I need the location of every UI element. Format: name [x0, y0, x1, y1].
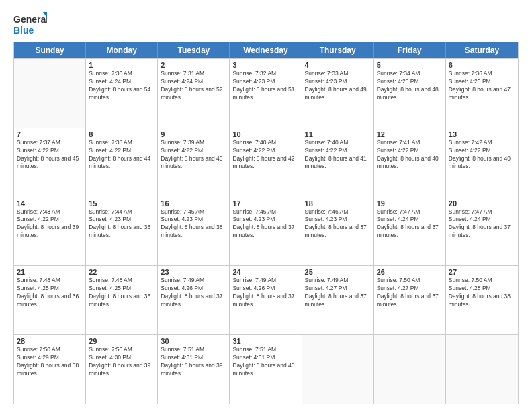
calendar-header: SundayMondayTuesdayWednesdayThursdayFrid…	[14, 42, 518, 58]
day-number: 26	[377, 268, 443, 276]
table-row: 8Sunrise: 7:38 AMSunset: 4:22 PMDaylight…	[86, 128, 158, 197]
day-number: 12	[377, 130, 443, 138]
table-row	[14, 59, 86, 128]
day-info: Sunrise: 7:49 AMSunset: 4:26 PMDaylight:…	[161, 277, 226, 309]
header-day-friday: Friday	[374, 42, 446, 58]
table-row: 2Sunrise: 7:31 AMSunset: 4:24 PMDaylight…	[158, 59, 230, 128]
day-info: Sunrise: 7:50 AMSunset: 4:28 PMDaylight:…	[449, 277, 515, 309]
day-info: Sunrise: 7:33 AMSunset: 4:23 PMDaylight:…	[305, 70, 371, 102]
header-day-tuesday: Tuesday	[158, 42, 230, 58]
table-row: 19Sunrise: 7:47 AMSunset: 4:24 PMDayligh…	[374, 197, 446, 266]
day-number: 16	[161, 199, 226, 208]
table-row: 7Sunrise: 7:37 AMSunset: 4:22 PMDaylight…	[14, 128, 86, 197]
day-number: 15	[89, 199, 154, 208]
day-number: 22	[89, 268, 154, 276]
header-day-sunday: Sunday	[14, 42, 86, 58]
table-row: 5Sunrise: 7:34 AMSunset: 4:23 PMDaylight…	[374, 59, 446, 128]
day-number: 20	[449, 199, 515, 208]
day-info: Sunrise: 7:44 AMSunset: 4:23 PMDaylight:…	[89, 208, 154, 240]
calendar-row-4: 28Sunrise: 7:50 AMSunset: 4:29 PMDayligh…	[14, 334, 518, 404]
table-row: 17Sunrise: 7:45 AMSunset: 4:23 PMDayligh…	[230, 197, 302, 266]
day-info: Sunrise: 7:30 AMSunset: 4:24 PMDaylight:…	[89, 70, 154, 102]
day-number: 6	[449, 61, 515, 69]
header-day-monday: Monday	[86, 42, 158, 58]
day-number: 5	[377, 61, 443, 69]
day-number: 2	[161, 61, 226, 69]
table-row: 18Sunrise: 7:46 AMSunset: 4:23 PMDayligh…	[302, 197, 374, 266]
day-info: Sunrise: 7:49 AMSunset: 4:26 PMDaylight:…	[232, 277, 298, 309]
day-number: 13	[449, 130, 515, 138]
day-info: Sunrise: 7:48 AMSunset: 4:25 PMDaylight:…	[17, 277, 83, 309]
day-number: 11	[305, 130, 371, 138]
day-number: 28	[17, 337, 83, 345]
table-row: 25Sunrise: 7:49 AMSunset: 4:27 PMDayligh…	[302, 266, 374, 334]
day-info: Sunrise: 7:51 AMSunset: 4:31 PMDaylight:…	[161, 346, 226, 378]
header-day-thursday: Thursday	[302, 42, 374, 58]
table-row: 30Sunrise: 7:51 AMSunset: 4:31 PMDayligh…	[158, 335, 230, 404]
day-info: Sunrise: 7:48 AMSunset: 4:25 PMDaylight:…	[89, 277, 154, 309]
day-info: Sunrise: 7:37 AMSunset: 4:22 PMDaylight:…	[17, 139, 83, 171]
day-info: Sunrise: 7:40 AMSunset: 4:22 PMDaylight:…	[305, 139, 371, 171]
day-info: Sunrise: 7:51 AMSunset: 4:31 PMDaylight:…	[232, 346, 298, 378]
day-info: Sunrise: 7:50 AMSunset: 4:29 PMDaylight:…	[17, 346, 83, 378]
table-row: 27Sunrise: 7:50 AMSunset: 4:28 PMDayligh…	[446, 266, 518, 334]
day-number: 27	[449, 268, 515, 276]
day-number: 10	[232, 130, 298, 138]
table-row: 21Sunrise: 7:48 AMSunset: 4:25 PMDayligh…	[14, 266, 86, 334]
table-row: 9Sunrise: 7:39 AMSunset: 4:22 PMDaylight…	[158, 128, 230, 197]
day-info: Sunrise: 7:49 AMSunset: 4:27 PMDaylight:…	[305, 277, 371, 309]
table-row: 11Sunrise: 7:40 AMSunset: 4:22 PMDayligh…	[302, 128, 374, 197]
table-row: 10Sunrise: 7:40 AMSunset: 4:22 PMDayligh…	[230, 128, 302, 197]
day-info: Sunrise: 7:41 AMSunset: 4:22 PMDaylight:…	[377, 139, 443, 171]
day-info: Sunrise: 7:40 AMSunset: 4:22 PMDaylight:…	[232, 139, 298, 171]
day-number: 17	[232, 199, 298, 208]
day-number: 21	[17, 268, 83, 276]
table-row	[302, 335, 374, 404]
calendar-row-1: 7Sunrise: 7:37 AMSunset: 4:22 PMDaylight…	[14, 128, 518, 197]
day-info: Sunrise: 7:43 AMSunset: 4:22 PMDaylight:…	[17, 208, 83, 240]
table-row: 1Sunrise: 7:30 AMSunset: 4:24 PMDaylight…	[86, 59, 158, 128]
table-row: 4Sunrise: 7:33 AMSunset: 4:23 PMDaylight…	[302, 59, 374, 128]
day-number: 3	[232, 61, 298, 69]
day-number: 31	[232, 337, 298, 345]
table-row: 24Sunrise: 7:49 AMSunset: 4:26 PMDayligh…	[230, 266, 302, 334]
day-info: Sunrise: 7:45 AMSunset: 4:23 PMDaylight:…	[232, 208, 298, 240]
table-row: 12Sunrise: 7:41 AMSunset: 4:22 PMDayligh…	[374, 128, 446, 197]
day-info: Sunrise: 7:34 AMSunset: 4:23 PMDaylight:…	[377, 70, 443, 102]
day-info: Sunrise: 7:36 AMSunset: 4:23 PMDaylight:…	[449, 70, 515, 102]
day-number: 24	[232, 268, 298, 276]
calendar-row-2: 14Sunrise: 7:43 AMSunset: 4:22 PMDayligh…	[14, 197, 518, 266]
table-row: 29Sunrise: 7:50 AMSunset: 4:30 PMDayligh…	[86, 335, 158, 404]
table-row: 28Sunrise: 7:50 AMSunset: 4:29 PMDayligh…	[14, 335, 86, 404]
svg-text:Blue: Blue	[13, 25, 34, 36]
table-row: 13Sunrise: 7:42 AMSunset: 4:22 PMDayligh…	[446, 128, 518, 197]
day-info: Sunrise: 7:32 AMSunset: 4:23 PMDaylight:…	[232, 70, 298, 102]
day-number: 7	[17, 130, 83, 138]
calendar-row-0: 1Sunrise: 7:30 AMSunset: 4:24 PMDaylight…	[14, 58, 518, 128]
day-number: 23	[161, 268, 226, 276]
day-number: 25	[305, 268, 371, 276]
table-row: 20Sunrise: 7:47 AMSunset: 4:24 PMDayligh…	[446, 197, 518, 266]
day-number: 30	[161, 337, 226, 345]
day-number: 18	[305, 199, 371, 208]
day-number: 19	[377, 199, 443, 208]
table-row: 22Sunrise: 7:48 AMSunset: 4:25 PMDayligh…	[86, 266, 158, 334]
table-row: 15Sunrise: 7:44 AMSunset: 4:23 PMDayligh…	[86, 197, 158, 266]
table-row: 31Sunrise: 7:51 AMSunset: 4:31 PMDayligh…	[230, 335, 302, 404]
table-row: 3Sunrise: 7:32 AMSunset: 4:23 PMDaylight…	[230, 59, 302, 128]
day-info: Sunrise: 7:42 AMSunset: 4:22 PMDaylight:…	[449, 139, 515, 171]
table-row: 6Sunrise: 7:36 AMSunset: 4:23 PMDaylight…	[446, 59, 518, 128]
page: General Blue SundayMondayTuesdayWednesda…	[0, 0, 532, 411]
logo-svg: General Blue	[13, 12, 47, 36]
day-info: Sunrise: 7:47 AMSunset: 4:24 PMDaylight:…	[449, 208, 515, 240]
day-info: Sunrise: 7:38 AMSunset: 4:22 PMDaylight:…	[89, 139, 154, 171]
day-number: 29	[89, 337, 154, 345]
day-number: 4	[305, 61, 371, 69]
day-info: Sunrise: 7:45 AMSunset: 4:23 PMDaylight:…	[161, 208, 226, 240]
svg-text:General: General	[13, 14, 47, 25]
day-info: Sunrise: 7:46 AMSunset: 4:23 PMDaylight:…	[305, 208, 371, 240]
day-info: Sunrise: 7:47 AMSunset: 4:24 PMDaylight:…	[377, 208, 443, 240]
day-number: 14	[17, 199, 83, 208]
calendar-row-3: 21Sunrise: 7:48 AMSunset: 4:25 PMDayligh…	[14, 265, 518, 334]
table-row	[374, 335, 446, 404]
